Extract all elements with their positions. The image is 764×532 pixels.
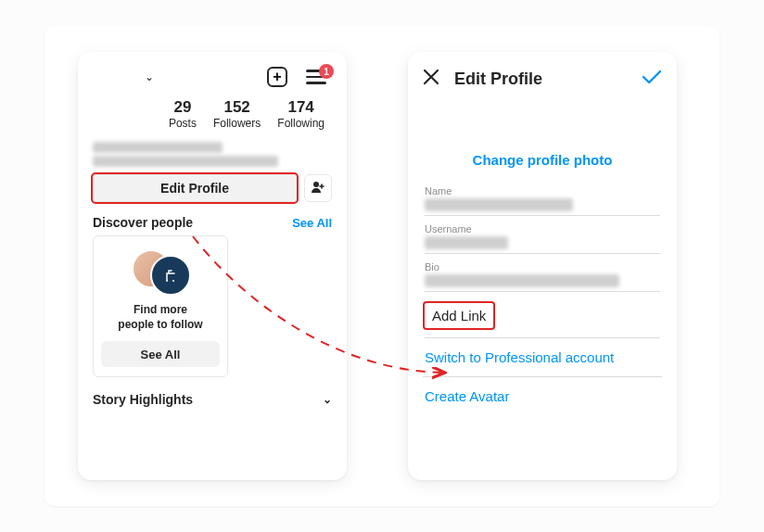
switch-professional-link[interactable]: Switch to Professional account: [423, 338, 662, 365]
edit-profile-header: Edit Profile: [423, 67, 662, 98]
stat-followers[interactable]: 152 Followers: [213, 98, 261, 130]
bio-field[interactable]: Bio: [423, 261, 662, 292]
switch-pro-label: Switch to Professional account: [425, 349, 614, 365]
stat-label: Posts: [169, 117, 197, 130]
stat-label: Followers: [213, 117, 261, 130]
discover-people-header: Discover people See All: [93, 215, 332, 230]
profile-screen: ⌄ + 1 29 Posts 152 Followers 174 Followi…: [78, 52, 347, 480]
profile-header: ⌄ + 1: [93, 67, 332, 96]
field-label: Name: [425, 185, 660, 196]
discover-people-card: Find morepeople to follow See All: [93, 235, 228, 377]
edit-profile-label: Edit Profile: [160, 181, 229, 196]
add-link-label: Add Link: [432, 308, 486, 323]
field-underline: [425, 253, 660, 254]
story-highlights-toggle[interactable]: Story Highlights ⌄: [93, 392, 332, 407]
username-field[interactable]: Username: [423, 223, 662, 254]
chevron-down-icon: ⌄: [323, 393, 332, 406]
field-label: Bio: [425, 261, 660, 272]
close-button[interactable]: [423, 67, 439, 91]
chevron-down-icon: ⌄: [145, 70, 154, 83]
discover-people-button[interactable]: [304, 174, 332, 202]
close-icon: [423, 69, 439, 85]
username-value-blurred: [425, 236, 508, 249]
edit-profile-screen: Edit Profile Change profile photo Name U…: [408, 52, 677, 480]
notification-badge: 1: [319, 64, 334, 79]
create-post-button[interactable]: +: [267, 67, 287, 87]
plus-box-icon: +: [267, 67, 287, 87]
add-link-row: Add Link: [423, 303, 662, 338]
field-underline: [425, 215, 660, 216]
page-title: Edit Profile: [454, 70, 627, 89]
svg-point-1: [166, 280, 168, 282]
create-avatar-link[interactable]: Create Avatar: [423, 377, 662, 404]
confirm-button[interactable]: [642, 69, 662, 90]
create-avatar-label: Create Avatar: [425, 388, 509, 404]
see-all-label: See All: [141, 348, 181, 361]
stat-posts[interactable]: 29 Posts: [169, 98, 197, 130]
edit-profile-button[interactable]: Edit Profile: [93, 174, 297, 202]
add-person-icon: [311, 181, 325, 196]
profile-stats: 29 Posts 152 Followers 174 Following: [93, 96, 332, 139]
menu-button[interactable]: 1: [306, 70, 326, 84]
tutorial-stage: ⌄ + 1 29 Posts 152 Followers 174 Followi…: [45, 26, 719, 506]
profile-bio-blurred: [93, 156, 278, 167]
check-icon: [642, 69, 662, 85]
edit-profile-row: Edit Profile: [93, 174, 332, 202]
change-profile-photo-link[interactable]: Change profile photo: [423, 152, 662, 169]
discover-people-title: Discover people: [93, 215, 193, 230]
name-field[interactable]: Name: [423, 185, 662, 216]
stat-number: 29: [169, 98, 197, 117]
svg-point-0: [313, 182, 319, 187]
change-photo-label: Change profile photo: [473, 152, 613, 168]
discover-card-see-all-button[interactable]: See All: [101, 341, 220, 367]
discover-see-all-link[interactable]: See All: [292, 216, 332, 230]
stat-number: 152: [213, 98, 261, 117]
profile-name-blurred: [93, 142, 223, 153]
field-underline: [425, 291, 660, 292]
name-value-blurred: [425, 198, 573, 211]
field-label: Username: [425, 223, 660, 234]
username-dropdown[interactable]: ⌄: [98, 70, 154, 83]
add-link-button[interactable]: Add Link: [425, 303, 493, 328]
discover-card-text: Find morepeople to follow: [101, 303, 220, 332]
bio-value-blurred: [425, 274, 619, 287]
svg-point-2: [172, 280, 174, 282]
avatar: [150, 255, 191, 296]
discover-avatar-stack: [132, 249, 189, 296]
stat-number: 174: [277, 98, 325, 117]
stat-following[interactable]: 174 Following: [277, 98, 325, 130]
stat-label: Following: [277, 117, 325, 130]
story-highlights-label: Story Highlights: [93, 392, 193, 407]
